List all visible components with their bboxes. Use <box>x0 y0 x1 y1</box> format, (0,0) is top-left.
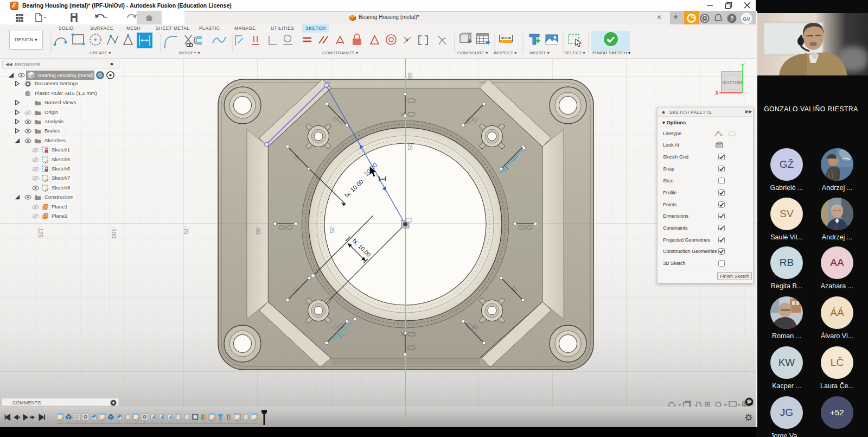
svg-text:X: X <box>715 90 719 96</box>
svg-text:-125: -125 <box>37 226 44 238</box>
svg-text:BOTTOM: BOTTOM <box>722 80 742 85</box>
svg-text:-100: -100 <box>111 226 117 238</box>
svg-text:-50: -50 <box>255 226 261 235</box>
svg-text:-75: -75 <box>183 226 189 235</box>
svg-text:50: 50 <box>407 72 413 79</box>
svg-text:25: 25 <box>407 144 413 150</box>
svg-text:-25: -25 <box>329 225 335 233</box>
